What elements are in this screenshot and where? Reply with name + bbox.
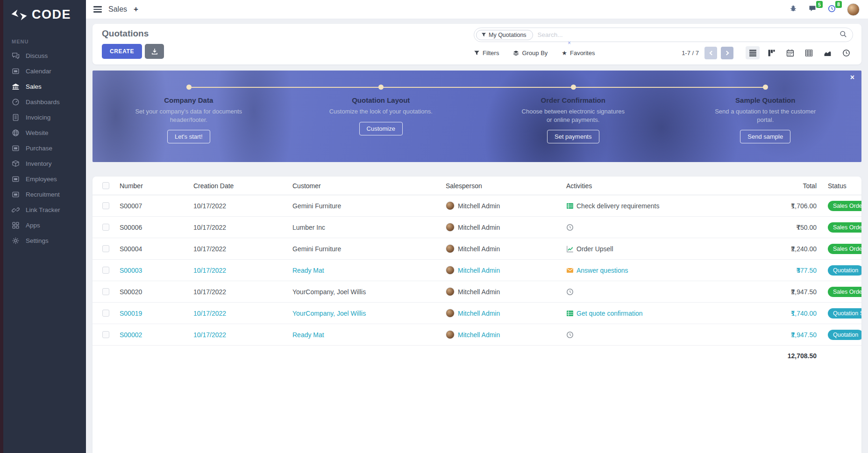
row-checkbox[interactable] xyxy=(102,331,109,338)
table-row[interactable]: S00003 10/17/2022 Ready Mat Mitchell Adm… xyxy=(92,260,861,281)
clock-activity-icon[interactable] xyxy=(566,288,574,296)
sidebar-item-inventory[interactable]: Inventory xyxy=(3,156,86,171)
amount-value: 377.50 xyxy=(797,267,817,274)
pager-previous-button[interactable] xyxy=(704,47,717,59)
sidebar-item-employees[interactable]: Employees xyxy=(3,171,86,187)
export-download-button[interactable] xyxy=(145,44,164,59)
table-row[interactable]: S00004 10/17/2022 Gemini Furniture Mitch… xyxy=(92,238,861,260)
sidebar-item-label: Website xyxy=(26,129,49,136)
activity-view-button[interactable] xyxy=(839,46,853,59)
salesperson-name: Mitchell Admin xyxy=(458,224,500,231)
messages-count-badge: 5 xyxy=(816,1,823,8)
onboarding-banner: × Company Data Set your company's data f… xyxy=(92,71,861,162)
header-number[interactable]: Number xyxy=(119,182,192,190)
row-checkbox[interactable] xyxy=(102,245,109,252)
search-icon[interactable] xyxy=(840,30,847,40)
sidebar-item-link-tracker[interactable]: Link Tracker xyxy=(3,202,86,218)
pager-next-button[interactable] xyxy=(721,47,733,59)
kanban-view-button[interactable] xyxy=(764,46,778,59)
sidebar-item-settings[interactable]: Settings xyxy=(3,233,86,248)
salesperson-avatar xyxy=(446,330,455,339)
creation-date: 10/17/2022 xyxy=(192,331,292,339)
sidebar-item-dashboards[interactable]: Dashboards xyxy=(3,94,86,110)
sidebar-item-discuss[interactable]: Discuss xyxy=(3,48,86,64)
list-view-button[interactable] xyxy=(746,46,760,59)
sidebar-item-sales[interactable]: Sales xyxy=(3,79,86,94)
table-row[interactable]: S00019 10/17/2022 YourCompany, Joel Will… xyxy=(92,303,861,324)
activity-cell[interactable]: Get quote confirmation xyxy=(565,310,743,317)
download-icon xyxy=(151,48,158,55)
activity-cell[interactable] xyxy=(565,331,743,339)
filters-button[interactable]: Filters xyxy=(474,50,499,57)
app-logo[interactable]: CODE xyxy=(3,0,86,28)
salesperson-avatar xyxy=(446,201,455,210)
step-description: Choose between electronic signatures or … xyxy=(518,107,628,124)
row-checkbox[interactable] xyxy=(102,202,109,209)
chip-remove-icon[interactable]: × xyxy=(568,40,571,46)
sidebar-item-label: Sales xyxy=(26,83,42,90)
activity-view-icon xyxy=(842,49,850,57)
activity-cell[interactable] xyxy=(565,288,743,296)
search-input[interactable] xyxy=(538,31,840,38)
row-checkbox[interactable] xyxy=(102,267,109,274)
header-salesperson[interactable]: Salesperson xyxy=(445,182,565,190)
header-activities[interactable]: Activities xyxy=(565,182,743,190)
activity-label: Order Upsell xyxy=(576,245,613,253)
row-checkbox[interactable] xyxy=(102,224,109,231)
header-status[interactable]: Status xyxy=(818,182,861,190)
send-sample-button[interactable]: Send sample xyxy=(740,130,790,143)
header-total[interactable]: Total xyxy=(743,182,818,190)
view-switcher xyxy=(746,46,853,59)
activities-clock-icon[interactable]: 8 xyxy=(828,5,836,14)
activity-cell[interactable]: Check delivery requirements xyxy=(565,202,743,210)
select-all-checkbox[interactable] xyxy=(102,182,109,189)
calendar-view-button[interactable] xyxy=(783,46,797,59)
table-row[interactable]: S00002 10/17/2022 Ready Mat Mitchell Adm… xyxy=(92,324,861,346)
create-button[interactable]: CREATE xyxy=(102,44,142,59)
table-row[interactable]: S00020 10/17/2022 YourCompany, Joel Will… xyxy=(92,281,861,303)
table-row[interactable]: S00006 10/17/2022 Lumber Inc Mitchell Ad… xyxy=(92,217,861,238)
set-payments-button[interactable]: Set payments xyxy=(547,130,599,143)
activity-cell[interactable]: Answer questions xyxy=(565,267,743,274)
user-avatar[interactable] xyxy=(847,3,860,16)
page-title: Quotations xyxy=(102,28,164,39)
current-app-name[interactable]: Sales xyxy=(108,5,127,14)
sidebar-item-purchase[interactable]: Purchase xyxy=(3,141,86,156)
activity-cell[interactable]: Order Upsell xyxy=(565,245,743,253)
sidebar-item-website[interactable]: Website xyxy=(3,125,86,141)
new-tab-button[interactable]: + xyxy=(134,5,138,14)
activity-cell[interactable] xyxy=(565,224,743,231)
sidebar-item-invoicing[interactable]: Invoicing xyxy=(3,110,86,125)
creation-date: 10/17/2022 xyxy=(192,310,292,317)
table-row[interactable]: S00007 10/17/2022 Gemini Furniture Mitch… xyxy=(92,195,861,217)
banner-close-icon[interactable]: × xyxy=(850,74,854,81)
group-by-button[interactable]: Group By xyxy=(513,50,548,57)
row-checkbox[interactable] xyxy=(102,310,109,317)
header-creation-date[interactable]: Creation Date xyxy=(192,182,292,190)
graph-view-button[interactable] xyxy=(820,46,834,59)
debug-bug-icon[interactable] xyxy=(790,5,797,14)
filter-chip-my-quotations[interactable]: My Quotations xyxy=(476,30,533,40)
table-header-row: Number Creation Date Customer Salesperso… xyxy=(92,177,861,195)
customize-button[interactable]: Customize xyxy=(359,122,403,135)
salesperson-name: Mitchell Admin xyxy=(458,310,500,317)
search-bar[interactable]: My Quotations × xyxy=(474,28,853,42)
favorites-button[interactable]: ★ Favorites xyxy=(562,50,595,57)
salesperson-cell: Mitchell Admin xyxy=(445,223,565,232)
sidebar-item-apps[interactable]: Apps xyxy=(3,218,86,233)
sidebar-item-label: Recruitment xyxy=(26,191,60,198)
header-customer[interactable]: Customer xyxy=(292,182,445,190)
timeline-dot xyxy=(763,85,768,90)
total-amount: ₹377.50 xyxy=(743,267,818,274)
hamburger-menu-icon[interactable] xyxy=(93,5,102,14)
clock-activity-icon[interactable] xyxy=(566,224,574,231)
clock-activity-icon[interactable] xyxy=(566,331,574,339)
quotation-number: S00006 xyxy=(119,224,192,231)
lets-start-button[interactable]: Let's start! xyxy=(167,130,210,143)
sidebar-item-recruitment[interactable]: Recruitment xyxy=(3,187,86,202)
spreadsheet-activity-icon xyxy=(566,202,574,210)
pivot-view-button[interactable] xyxy=(802,46,816,59)
sidebar-item-calendar[interactable]: Calendar xyxy=(3,64,86,79)
messages-icon[interactable]: 5 xyxy=(808,5,817,14)
row-checkbox[interactable] xyxy=(102,288,109,295)
